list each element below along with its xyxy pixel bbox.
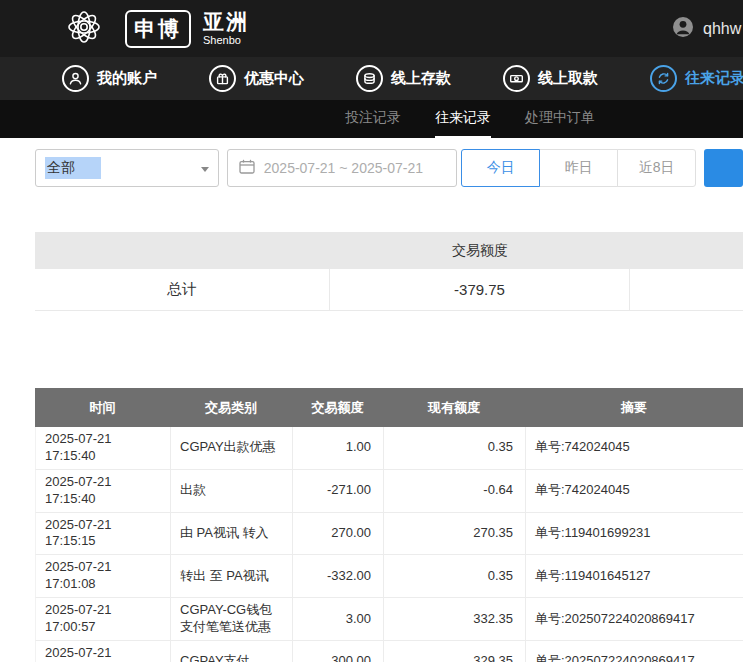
header-balance: 现有额度 [383,388,525,427]
summary-table: 交易额度 总计 -379.75 [35,232,743,311]
cell-type: 由 PA视讯 转入 [171,513,293,555]
cell-summary: 单号:119401645127 [526,555,743,597]
nav-item-label: 线上取款 [538,69,598,88]
cell-type: 转出 至 PA视讯 [171,555,293,597]
summary-total-label: 总计 [35,269,330,310]
tab-transaction-records[interactable]: 往来记录 [435,100,491,138]
cell-amount: -332.00 [293,555,384,597]
summary-header-amount: 交易额度 [330,232,630,269]
nav-item-label: 我的账户 [97,69,157,88]
nav-item-promotions[interactable]: 优惠中心 [209,65,304,92]
main-nav: 我的账户 优惠中心 线上存款 线上 [0,57,743,100]
brand-region-cn: 亚洲 [203,11,249,33]
cell-balance: 0.35 [384,555,526,597]
gift-icon [209,65,236,92]
search-button[interactable] [704,149,743,187]
header-amount: 交易额度 [292,388,383,427]
cell-summary: 单号:119401699231 [526,513,743,555]
user-avatar-icon [672,16,694,42]
cell-summary: 单号:742024045 [526,427,743,469]
table-header-row: 时间 交易类别 交易额度 现有额度 摘要 [35,388,743,427]
tab-betting-records[interactable]: 投注记录 [345,100,401,138]
table-row: 2025-07-21 17:15:15 由 PA视讯 转入 270.00 270… [35,513,743,556]
cell-type: 出款 [171,470,293,512]
brand-name-box: 申博 [125,10,191,48]
summary-header-empty [35,232,330,269]
quick-range-group: 今日 昨日 近8日 [461,149,696,187]
topbar: 申博 亚洲 Shenbo qhhw [0,0,743,57]
records-icon [650,65,677,92]
cell-time: 2025-07-21 17:00:57 [36,641,171,662]
type-select-value: 全部 [45,157,101,179]
calendar-icon [239,159,255,177]
table-row: 2025-07-21 17:00:57 CGPAY支付 300.00 329.3… [35,641,743,662]
tab-processing-orders[interactable]: 处理中订单 [525,100,595,138]
header-type: 交易类别 [170,388,292,427]
cell-summary: 单号:742024045 [526,470,743,512]
cell-amount: -271.00 [293,470,384,512]
nav-item-my-account[interactable]: 我的账户 [62,65,157,92]
today-button[interactable]: 今日 [461,149,540,187]
nav-item-withdraw[interactable]: 线上取款 [503,65,598,92]
cell-balance: 0.35 [384,427,526,469]
cell-type: CGPAY支付 [171,641,293,662]
nav-item-label: 往来记录 [685,69,743,88]
cell-time: 2025-07-21 17:15:40 [36,427,171,469]
brand-region: 亚洲 Shenbo [203,11,249,47]
nav-item-label: 优惠中心 [244,69,304,88]
summary-total-empty [630,269,743,310]
brand-region-en: Shenbo [203,35,249,47]
sub-nav: 投注记录 往来记录 处理中订单 [0,100,743,138]
user-icon [62,65,89,92]
nav-item-transactions[interactable]: 往来记录 [650,65,743,92]
cell-time: 2025-07-21 17:15:15 [36,513,171,555]
summary-total-value: -379.75 [330,269,630,310]
brand-flower-logo-icon [55,4,113,54]
date-range-value: 2025-07-21 ~ 2025-07-21 [264,160,423,176]
cell-balance: -0.64 [384,470,526,512]
cell-summary: 单号:202507224020869417 [526,598,743,640]
username: qhhw [703,20,741,38]
table-row: 2025-07-21 17:01:08 转出 至 PA视讯 -332.00 0.… [35,555,743,598]
table-row: 2025-07-21 17:00:57 CGPAY-CG钱包支付笔笔送优惠 3.… [35,598,743,641]
cell-time: 2025-07-21 17:01:08 [36,555,171,597]
transactions-table: 时间 交易类别 交易额度 现有额度 摘要 2025-07-21 17:15:40… [35,388,743,662]
cell-balance: 329.35 [384,641,526,662]
type-select[interactable]: 全部 [35,149,219,187]
cell-amount: 270.00 [293,513,384,555]
cell-balance: 270.35 [384,513,526,555]
summary-header-row: 交易额度 [35,232,743,269]
header-summary: 摘要 [525,388,743,427]
withdraw-icon [503,65,530,92]
cell-amount: 300.00 [293,641,384,662]
filter-bar: 全部 2025-07-21 ~ 2025-07-21 今日 昨日 近8日 [35,149,743,187]
cell-time: 2025-07-21 17:15:40 [36,470,171,512]
summary-header-empty [630,232,743,269]
cell-balance: 332.35 [384,598,526,640]
user-account[interactable]: qhhw [672,0,741,57]
summary-total-row: 总计 -379.75 [35,269,743,311]
date-range-input[interactable]: 2025-07-21 ~ 2025-07-21 [227,149,457,187]
cell-type: CGPAY出款优惠 [171,427,293,469]
cell-type: CGPAY-CG钱包支付笔笔送优惠 [171,598,293,640]
cell-amount: 1.00 [293,427,384,469]
nav-item-label: 线上存款 [391,69,451,88]
table-row: 2025-07-21 17:15:40 出款 -271.00 -0.64 单号:… [35,470,743,513]
table-row: 2025-07-21 17:15:40 CGPAY出款优惠 1.00 0.35 … [35,427,743,470]
cell-amount: 3.00 [293,598,384,640]
chevron-down-icon [201,167,209,172]
cell-time: 2025-07-21 17:00:57 [36,598,171,640]
last-8-days-button[interactable]: 近8日 [617,149,696,187]
nav-item-deposit[interactable]: 线上存款 [356,65,451,92]
cell-summary: 单号:202507224020869417 [526,641,743,662]
deposit-icon [356,65,383,92]
yesterday-button[interactable]: 昨日 [539,149,618,187]
header-time: 时间 [35,388,170,427]
